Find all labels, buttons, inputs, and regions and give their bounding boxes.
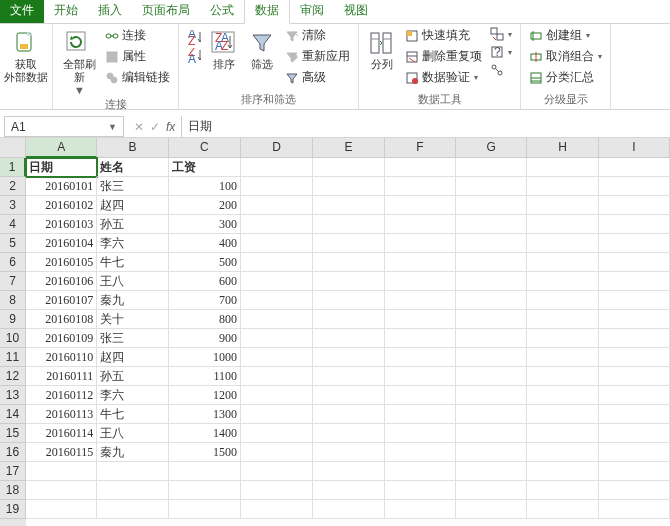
cell[interactable] bbox=[313, 329, 384, 348]
cell[interactable]: 20160106 bbox=[26, 272, 97, 291]
tab-home[interactable]: 开始 bbox=[44, 0, 88, 23]
refresh-all-button[interactable]: 全部刷新 ▼ bbox=[59, 26, 99, 97]
cell[interactable]: 秦九 bbox=[97, 291, 168, 310]
cell[interactable] bbox=[241, 215, 313, 234]
row-header[interactable]: 3 bbox=[0, 196, 26, 215]
cell[interactable] bbox=[241, 291, 313, 310]
cell[interactable]: 700 bbox=[169, 291, 241, 310]
cell[interactable] bbox=[385, 424, 456, 443]
row-header[interactable]: 18 bbox=[0, 481, 26, 500]
cell[interactable]: 100 bbox=[169, 177, 241, 196]
cell[interactable] bbox=[599, 348, 670, 367]
cell[interactable]: 孙五 bbox=[97, 215, 168, 234]
cell[interactable] bbox=[313, 405, 384, 424]
cell[interactable] bbox=[241, 386, 313, 405]
cell[interactable]: 1000 bbox=[169, 348, 241, 367]
cell[interactable]: 20160110 bbox=[26, 348, 97, 367]
cell[interactable] bbox=[241, 253, 313, 272]
cell[interactable]: 900 bbox=[169, 329, 241, 348]
cell[interactable]: 1100 bbox=[169, 367, 241, 386]
reapply-button[interactable]: 重新应用 bbox=[283, 47, 352, 66]
cell[interactable] bbox=[313, 500, 384, 519]
cell[interactable]: 日期 bbox=[26, 158, 97, 177]
cell[interactable] bbox=[241, 329, 313, 348]
row-header[interactable]: 5 bbox=[0, 234, 26, 253]
cell[interactable] bbox=[456, 367, 527, 386]
cell[interactable] bbox=[385, 348, 456, 367]
sort-desc-button[interactable]: ZA bbox=[185, 48, 203, 64]
tab-formula[interactable]: 公式 bbox=[200, 0, 244, 23]
cell[interactable] bbox=[385, 215, 456, 234]
tab-file[interactable]: 文件 bbox=[0, 0, 44, 23]
cell[interactable] bbox=[241, 405, 313, 424]
row-header[interactable]: 13 bbox=[0, 386, 26, 405]
row-header[interactable]: 16 bbox=[0, 443, 26, 462]
cell[interactable] bbox=[599, 481, 670, 500]
cell[interactable] bbox=[456, 253, 527, 272]
cell[interactable]: 张三 bbox=[97, 177, 168, 196]
cell[interactable]: 20160115 bbox=[26, 443, 97, 462]
whatif-button[interactable]: ?▾ bbox=[488, 44, 514, 60]
subtotal-button[interactable]: 分类汇总 bbox=[527, 68, 604, 87]
consolidate-button[interactable]: ▾ bbox=[488, 26, 514, 42]
cell[interactable] bbox=[456, 462, 527, 481]
cell[interactable]: 20160109 bbox=[26, 329, 97, 348]
cell[interactable] bbox=[527, 367, 598, 386]
col-header-G[interactable]: G bbox=[456, 138, 527, 158]
cell[interactable]: 500 bbox=[169, 253, 241, 272]
cell[interactable]: 牛七 bbox=[97, 253, 168, 272]
group-button[interactable]: 创建组▾ bbox=[527, 26, 604, 45]
cell[interactable] bbox=[241, 196, 313, 215]
cell[interactable] bbox=[527, 196, 598, 215]
cell[interactable] bbox=[456, 215, 527, 234]
col-header-H[interactable]: H bbox=[527, 138, 598, 158]
cell[interactable]: 20160101 bbox=[26, 177, 97, 196]
cell[interactable] bbox=[456, 386, 527, 405]
cell[interactable] bbox=[313, 462, 384, 481]
cell[interactable] bbox=[26, 500, 97, 519]
cell[interactable] bbox=[385, 253, 456, 272]
cell[interactable] bbox=[599, 310, 670, 329]
cell[interactable] bbox=[241, 310, 313, 329]
cell[interactable] bbox=[313, 158, 384, 177]
cell[interactable] bbox=[241, 424, 313, 443]
cell[interactable]: 600 bbox=[169, 272, 241, 291]
cell[interactable] bbox=[169, 500, 241, 519]
cell[interactable] bbox=[599, 291, 670, 310]
name-box[interactable]: A1▼ bbox=[4, 116, 124, 137]
tab-layout[interactable]: 页面布局 bbox=[132, 0, 200, 23]
cell[interactable] bbox=[26, 462, 97, 481]
row-header[interactable]: 7 bbox=[0, 272, 26, 291]
cell[interactable] bbox=[456, 291, 527, 310]
get-external-data-button[interactable]: 获取 外部数据 bbox=[6, 26, 46, 84]
cell[interactable] bbox=[313, 481, 384, 500]
cell[interactable] bbox=[241, 234, 313, 253]
cell[interactable] bbox=[385, 405, 456, 424]
row-header[interactable]: 9 bbox=[0, 310, 26, 329]
cell[interactable]: 张三 bbox=[97, 329, 168, 348]
row-header[interactable]: 17 bbox=[0, 462, 26, 481]
cell[interactable]: 李六 bbox=[97, 234, 168, 253]
cell[interactable] bbox=[599, 424, 670, 443]
cell[interactable] bbox=[313, 386, 384, 405]
cell[interactable] bbox=[456, 500, 527, 519]
cell[interactable] bbox=[313, 215, 384, 234]
col-header-D[interactable]: D bbox=[241, 138, 313, 158]
cell[interactable] bbox=[527, 405, 598, 424]
cell[interactable] bbox=[385, 310, 456, 329]
cell[interactable] bbox=[241, 272, 313, 291]
cell[interactable] bbox=[313, 367, 384, 386]
cell[interactable]: 王八 bbox=[97, 272, 168, 291]
cell[interactable]: 20160108 bbox=[26, 310, 97, 329]
cell[interactable] bbox=[241, 443, 313, 462]
cell[interactable] bbox=[456, 272, 527, 291]
text-to-columns-button[interactable]: 分列 bbox=[365, 26, 399, 71]
cell[interactable] bbox=[599, 386, 670, 405]
cell[interactable] bbox=[97, 500, 168, 519]
cell[interactable]: 400 bbox=[169, 234, 241, 253]
col-header-A[interactable]: A bbox=[26, 138, 97, 158]
cell[interactable] bbox=[169, 481, 241, 500]
row-header[interactable]: 10 bbox=[0, 329, 26, 348]
cell[interactable] bbox=[527, 177, 598, 196]
cell[interactable] bbox=[527, 253, 598, 272]
